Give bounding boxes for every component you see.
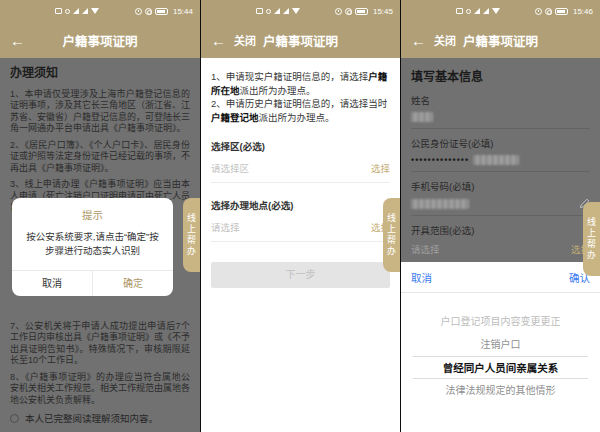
status-left-icons [256,8,300,14]
picker-option[interactable]: 法律法规规定的其他情形 [401,379,600,402]
status-right-icons: 15:45 [335,7,393,16]
read-confirm-checkbox[interactable]: 本人已完整阅读理解须知内容。 [10,413,190,425]
id-field-label: 公民身份证号(必填) [411,136,590,150]
checkbox-label: 本人已完整阅读理解须知内容。 [25,413,158,425]
next-step-button[interactable]: 下一步 [211,262,390,288]
panel-select-location: 15:45 ← 关闭 户籍事项证明 1、申请现实户籍证明信息的，请选择户籍所在地… [200,0,400,432]
redacted-phone [411,199,469,209]
online-help-tab[interactable]: 线上帮办 [183,198,200,272]
dialog-buttons: 取消 确定 [12,270,173,296]
wifi-icon [91,8,99,14]
picker-sheet: 取消 确认 户口登记项目内容变更更正 注销户口 曾经同户人员间亲属关系 法律法规… [401,262,600,432]
intro-line1-post: 派出所为办理点。 [240,85,316,96]
notice-item-8: 8、《户籍事项证明》的办理应当符合属地公安机关相关工作规范。相关工作规范由属地各… [10,372,190,407]
status-right-icons: 15:46 [535,7,593,16]
notice-item-7: 7、公安机关将于申请人成功提出申请后7个工作日内审核出具《户籍事项证明》或《不予… [10,321,190,367]
picker-wheel: 户口登记项目内容变更更正 注销户口 曾经同户人员间亲属关系 法律法规规定的其他情… [401,293,600,402]
redacted-id-suffix [473,155,519,165]
nav-bar: ← 关闭 户籍事项证明 [201,22,400,58]
signal-icon [283,8,289,14]
district-select-link[interactable]: 选择 [371,161,390,175]
signal-icon [73,8,79,14]
phone-field-value[interactable] [411,193,590,216]
topbar: 15:44 ← 户籍事项证明 [0,0,200,58]
intro-line2-post: 派出所为办理点。 [259,112,335,123]
picker-option-selected[interactable]: 曾经同户人员间亲属关系 [413,356,588,379]
picker-option[interactable]: 户口登记项目内容变更更正 [401,310,600,333]
back-arrow-icon[interactable]: ← [411,33,426,48]
wifi-icon [492,8,500,14]
picker-toolbar: 取消 确认 [401,262,600,293]
panel-notice: 15:44 ← 户籍事项证明 办理须知 1、本申请仅受理涉及上海市户籍登记信息的… [0,0,200,432]
alarm-icon [335,8,342,15]
back-arrow-icon[interactable]: ← [211,33,226,48]
location-field-label: 选择办理地点(必选) [211,198,390,212]
status-time: 15:45 [373,7,393,16]
topbar: 15:46 ← 关闭 户籍事项证明 [401,0,600,58]
radio-circle-icon[interactable] [10,414,19,423]
status-right-icons: 15:44 [135,7,193,16]
screenshot-strip: 15:44 ← 户籍事项证明 办理须知 1、本申请仅受理涉及上海市户籍登记信息的… [0,0,600,432]
intro-line2-bold: 户籍登记地 [211,112,259,123]
scope-placeholder: 请选择 [411,242,440,256]
close-button[interactable]: 关闭 [434,32,456,48]
district-select-row[interactable]: 请选择区 选择 [211,153,390,183]
district-placeholder: 请选择区 [211,161,249,175]
panel-basic-info: 15:46 ← 关闭 户籍事项证明 填写基本信息 姓名 公民身份证号(必填) •… [400,0,600,432]
online-help-tab[interactable]: 线上帮办 [383,198,400,272]
status-time: 15:44 [173,7,193,16]
picker-cancel-button[interactable]: 取消 [411,270,432,285]
scope-select-row[interactable]: 请选择 选择 [411,237,590,262]
page-title: 户籍事项证明 [201,31,400,50]
wifi-icon [292,8,300,14]
close-button[interactable]: 关闭 [234,32,256,48]
picker-option[interactable]: 注销户口 [401,333,600,356]
status-bar: 15:44 [0,0,200,22]
id-field-value[interactable]: •••••••••••••• [411,150,590,172]
notice-item-1: 1、本申请仅受理涉及上海市户籍登记信息的证明事项，涉及其它长三角地区（浙江省、江… [10,89,190,135]
status-time: 15:46 [573,7,593,16]
gear-icon [345,8,352,15]
nav-bar: ← 关闭 户籍事项证明 [401,22,600,58]
confirm-button[interactable]: 确定 [93,271,173,296]
notice-heading: 办理须知 [10,68,190,80]
form-heading: 填写基本信息 [411,67,590,84]
signal-icon [483,8,489,14]
online-help-tab[interactable]: 线上帮办 [583,202,600,276]
message-icon [256,8,263,14]
gear-icon [145,8,152,15]
signal-icon [82,8,88,14]
topbar: 15:45 ← 关闭 户籍事项证明 [201,0,400,58]
alarm-icon [135,8,142,15]
phone-field-label: 手机号码(必填) [411,179,590,193]
signal-icon [474,8,480,14]
cancel-button[interactable]: 取消 [12,271,93,296]
name-field-value[interactable] [411,107,590,129]
notice-item-2: 2、《居民户口簿》、《个人户口卡》、居民身份证或护照等法定身份证件已经记载的事项… [10,140,190,175]
hd-icon [466,9,471,14]
alarm-icon [535,8,542,15]
basic-info-form: 填写基本信息 姓名 公民身份证号(必填) •••••••••••••• 手机号码… [401,58,600,262]
location-select-row[interactable]: 请选择 选择 [211,212,390,242]
status-bar: 15:46 [401,0,600,22]
gear-icon [545,8,552,15]
confirm-dialog: 提示 按公安系统要求,请点击“确定”按步骤进行动态实人识别 取消 确定 [12,198,173,296]
intro-line1: 1、申请现实户籍证明信息的，请选择 [211,71,368,82]
masked-id-value: •••••••••••••• [411,155,469,165]
dialog-body: 按公安系统要求,请点击“确定”按步骤进行动态实人识别 [12,226,173,270]
redacted-name [411,112,433,122]
scope-field-label: 开具范围(必选) [411,223,590,237]
location-placeholder: 请选择 [211,220,240,234]
back-arrow-icon[interactable]: ← [10,33,25,48]
battery-icon [155,8,168,15]
status-left-icons [456,8,500,14]
message-icon [55,8,62,14]
intro-line2: 2、申请历史户籍证明信息的，请选择当时 [211,98,387,109]
page-title: 户籍事项证明 [0,31,200,50]
page-title: 户籍事项证明 [401,31,600,50]
hd-icon [266,9,271,14]
name-field-label: 姓名 [411,93,590,107]
signal-icon [274,8,280,14]
battery-icon [355,8,368,15]
nav-bar: ← 户籍事项证明 [0,22,200,58]
